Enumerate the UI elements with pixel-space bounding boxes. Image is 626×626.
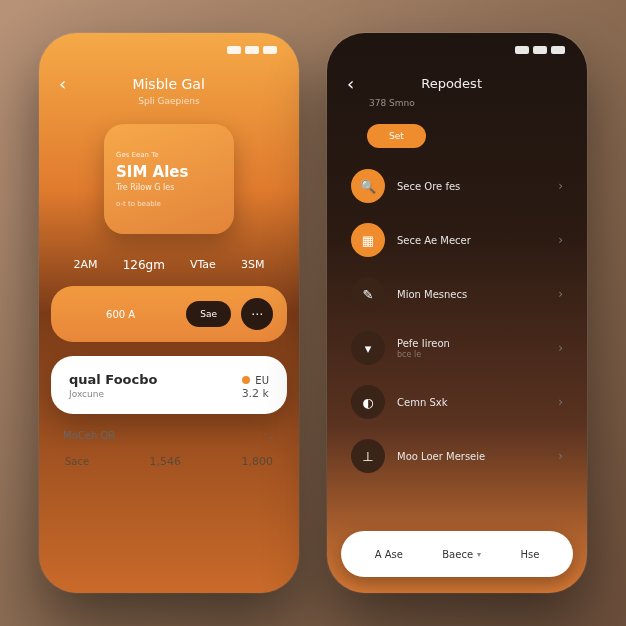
time-a: 2AM bbox=[74, 258, 98, 272]
time-b: 126gm bbox=[123, 258, 165, 272]
list-item[interactable]: ⊥ Moo Loer Merseie › bbox=[345, 430, 569, 482]
left-header: ‹ Misble Gal bbox=[39, 67, 299, 98]
status-icons bbox=[227, 46, 277, 54]
featured-line2: SIM Ales bbox=[116, 163, 222, 181]
phone-right-screen: ‹ Repodest 378 Smno Set 🔍 Sece Ore fes ›… bbox=[327, 33, 587, 593]
down-icon: ▾ bbox=[351, 331, 385, 365]
featured-card[interactable]: Ges Eean Te SIM Ales Tre Rilow G les o-t… bbox=[104, 124, 234, 234]
mode-icon: ◐ bbox=[351, 385, 385, 419]
bottom-nav: A Ase Baece▾ Hse bbox=[341, 531, 573, 577]
time-c: VTae bbox=[190, 258, 216, 272]
card-subtitle: Joxcune bbox=[69, 389, 157, 399]
chevron-right-icon: › bbox=[558, 341, 563, 355]
list-item[interactable]: ▾ Pefe Iireon bce le › bbox=[345, 322, 569, 374]
status-icons bbox=[515, 46, 565, 54]
phone-left-screen: ‹ Misble Gal Spli Gaepiens Ges Eean Te S… bbox=[39, 33, 299, 593]
search-icon: 🔍 bbox=[351, 169, 385, 203]
status-bar bbox=[39, 33, 299, 67]
chevron-right-icon: › bbox=[558, 179, 563, 193]
bottom-label: Sace bbox=[65, 456, 89, 467]
qr-label: MoCeh QR bbox=[63, 430, 115, 441]
tab-3[interactable]: Hse bbox=[520, 549, 539, 560]
time-row: 2AM 126gm VTae 3SM bbox=[39, 234, 299, 282]
chevron-down-icon: ⌄ bbox=[267, 430, 275, 441]
back-icon[interactable]: ‹ bbox=[347, 73, 354, 94]
item-label: Sece Ae Mecer bbox=[397, 235, 546, 246]
anchor-icon: ⊥ bbox=[351, 439, 385, 473]
left-subtitle: Spli Gaepiens bbox=[39, 96, 299, 106]
tab-2[interactable]: Baece▾ bbox=[442, 549, 481, 560]
item-label: Pefe Iireon bbox=[397, 338, 546, 349]
bottom-val2: 1,800 bbox=[241, 455, 273, 468]
settings-list: 🔍 Sece Ore fes › ▦ Sece Ae Mecer › ✎ Mio… bbox=[327, 156, 587, 521]
more-icon[interactable]: ⋯ bbox=[241, 298, 273, 330]
card-badge: EU bbox=[242, 375, 269, 386]
left-title: Misble Gal bbox=[76, 76, 261, 92]
list-item[interactable]: 🔍 Sece Ore fes › bbox=[345, 160, 569, 212]
bottom-val1: 1,546 bbox=[150, 455, 182, 468]
info-card[interactable]: qual Foocbo Joxcune EU 3.2 k bbox=[51, 356, 287, 414]
pill-label: 600 A bbox=[65, 309, 176, 320]
chevron-right-icon: › bbox=[558, 287, 563, 301]
item-label: Moo Loer Merseie bbox=[397, 451, 546, 462]
list-item[interactable]: ✎ Mion Mesnecs › bbox=[345, 268, 569, 320]
grid-icon: ▦ bbox=[351, 223, 385, 257]
featured-line1: Ges Eean Te bbox=[116, 151, 222, 159]
right-header: ‹ Repodest bbox=[327, 67, 587, 100]
right-subtitle: 378 Smno bbox=[327, 98, 587, 108]
list-item[interactable]: ▦ Sece Ae Mecer › bbox=[345, 214, 569, 266]
featured-line3: Tre Rilow G les bbox=[116, 183, 222, 192]
item-label: Cemn Sxk bbox=[397, 397, 546, 408]
edit-icon: ✎ bbox=[351, 277, 385, 311]
right-title: Repodest bbox=[354, 76, 549, 91]
pill-button[interactable]: Sae bbox=[186, 301, 231, 327]
chevron-right-icon: › bbox=[558, 395, 563, 409]
pill-row: 600 A Sae ⋯ bbox=[51, 286, 287, 342]
chevron-right-icon: › bbox=[558, 233, 563, 247]
filter-chip[interactable]: Set bbox=[367, 124, 426, 148]
tab-1[interactable]: A Ase bbox=[375, 549, 403, 560]
chevron-down-icon: ▾ bbox=[477, 550, 481, 559]
bottom-row: Sace 1,546 1,800 bbox=[65, 455, 273, 468]
chevron-right-icon: › bbox=[558, 449, 563, 463]
card-title: qual Foocbo bbox=[69, 372, 157, 387]
featured-line4: o-t to beable bbox=[116, 200, 222, 208]
time-d: 3SM bbox=[241, 258, 264, 272]
list-item[interactable]: ◐ Cemn Sxk › bbox=[345, 376, 569, 428]
item-label: Sece Ore fes bbox=[397, 181, 546, 192]
item-label: Mion Mesnecs bbox=[397, 289, 546, 300]
status-bar bbox=[327, 33, 587, 67]
qr-row[interactable]: MoCeh QR ⌄ bbox=[63, 430, 275, 441]
back-icon[interactable]: ‹ bbox=[59, 73, 66, 94]
item-sub: bce le bbox=[397, 350, 546, 359]
